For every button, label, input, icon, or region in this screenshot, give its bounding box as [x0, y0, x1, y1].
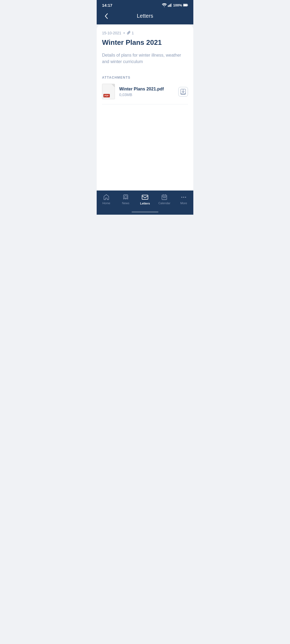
calendar-icon [161, 194, 168, 200]
wifi-icon [162, 3, 167, 7]
nav-item-letters[interactable]: Letters [135, 194, 155, 205]
pdf-page-icon: PDF [102, 84, 115, 99]
nav-item-calendar[interactable]: Calendar [155, 194, 174, 205]
attachment-name: Winter Plans 2021.pdf [119, 87, 175, 92]
bottom-indicator [97, 210, 193, 215]
signal-icon [168, 3, 172, 7]
svg-rect-12 [165, 197, 166, 198]
attachments-section: ATTACHMENTS PDF Winter Plans 2021.pdf 0,… [102, 76, 188, 104]
status-icons: 100% [162, 3, 188, 7]
attachment-count: 1 [132, 31, 134, 35]
attachment-row: PDF Winter Plans 2021.pdf 0,03MB [102, 84, 188, 104]
svg-rect-11 [164, 197, 165, 198]
pdf-icon-wrapper: PDF [102, 84, 116, 100]
back-icon [105, 13, 108, 19]
home-icon [103, 194, 110, 200]
attachments-label: ATTACHMENTS [102, 76, 188, 79]
attachment-info: Winter Plans 2021.pdf 0,03MB [119, 87, 175, 97]
download-icon [180, 89, 186, 95]
letter-meta: 15-10-2021 • 1 [102, 31, 188, 35]
pdf-badge-text: PDF [103, 94, 110, 97]
nav-item-more[interactable]: More [174, 194, 193, 205]
nav-label-letters: Letters [140, 202, 150, 205]
svg-rect-0 [168, 6, 168, 7]
svg-point-13 [181, 197, 182, 198]
download-button[interactable] [178, 87, 188, 97]
nav-item-home[interactable]: Home [97, 194, 116, 205]
more-icon [180, 194, 187, 200]
status-bar: 14:17 100% [97, 0, 193, 10]
back-button[interactable] [102, 12, 111, 20]
page-title: Letters [137, 13, 153, 19]
main-content: 15-10-2021 • 1 Winter Plans 2021 Details… [97, 24, 193, 191]
letters-icon [142, 194, 148, 201]
svg-rect-10 [163, 197, 164, 198]
svg-rect-6 [183, 4, 187, 6]
nav-item-news[interactable]: News [116, 194, 135, 205]
svg-rect-3 [171, 3, 171, 7]
attachment-count-badge: 1 [127, 31, 134, 35]
nav-label-news: News [122, 202, 129, 205]
svg-point-14 [183, 197, 184, 198]
nav-label-calendar: Calendar [158, 202, 171, 205]
top-nav: Letters [97, 10, 193, 24]
battery-text: 100% [173, 3, 182, 7]
bottom-bar [132, 211, 158, 213]
svg-rect-8 [142, 195, 148, 199]
svg-rect-5 [187, 5, 188, 6]
attachment-size: 0,03MB [119, 93, 175, 97]
svg-point-15 [185, 197, 186, 198]
battery-icon [183, 3, 188, 7]
news-icon [122, 194, 129, 200]
letter-description: Details of plans for winter illness, wea… [102, 52, 188, 65]
svg-rect-2 [170, 4, 170, 7]
letter-date: 15-10-2021 [102, 31, 121, 35]
status-time: 14:17 [102, 3, 112, 8]
nav-label-more: More [180, 202, 187, 205]
paperclip-icon [127, 31, 131, 35]
bottom-nav: Home News Letters Calendar [97, 191, 193, 210]
nav-label-home: Home [102, 202, 110, 205]
letter-dot: • [124, 31, 125, 35]
svg-rect-1 [169, 5, 169, 7]
letter-title: Winter Plans 2021 [102, 38, 188, 47]
